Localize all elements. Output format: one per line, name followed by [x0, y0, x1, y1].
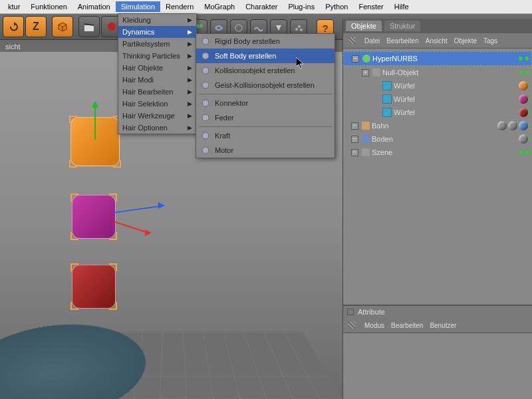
- null-icon: [372, 68, 380, 76]
- grip-icon: [348, 322, 355, 329]
- menu-plug-ins[interactable]: Plug-ins: [283, 1, 320, 12]
- viewport-cube-red[interactable]: [72, 265, 116, 309]
- attr-menu-bearbeiten[interactable]: Bearbeiten: [391, 322, 423, 329]
- expand-icon[interactable]: −: [351, 136, 358, 143]
- menu-simulation[interactable]: Simulation: [116, 1, 160, 12]
- menu-item-hair-modi[interactable]: Hair Modi▶: [118, 74, 196, 86]
- tab-objekte[interactable]: Objekte: [346, 21, 382, 31]
- cube-icon: [382, 94, 392, 104]
- svg-point-11: [199, 24, 203, 28]
- menu-item-hair-selektion[interactable]: Hair Selektion▶: [118, 98, 196, 110]
- tree-row[interactable]: Würfel: [343, 79, 532, 92]
- menu-item-konnektor[interactable]: Konnektor: [196, 96, 334, 110]
- menu-rendern[interactable]: Rendern: [160, 1, 199, 12]
- tag-row: [519, 94, 528, 104]
- menu-mograph[interactable]: MoGraph: [199, 1, 240, 12]
- menu-item-geist-kollisionsobjekt-erstellen[interactable]: Geist-Kollisionsobjekt erstellen: [196, 78, 334, 92]
- svg-point-14: [298, 25, 301, 28]
- tree-label: Szene: [372, 148, 392, 156]
- panel-menu-bearbeiten[interactable]: Bearbeiten: [386, 37, 418, 45]
- submenu-arrow-icon: ▶: [188, 65, 192, 71]
- svg-point-12: [235, 25, 242, 31]
- svg-point-15: [300, 29, 303, 31]
- material-tag-icon[interactable]: [519, 134, 528, 144]
- expand-icon[interactable]: −: [351, 149, 358, 156]
- cube-icon: [382, 108, 392, 117]
- tree-row[interactable]: −Szene: [343, 146, 532, 159]
- menu-fenster[interactable]: Fenster: [353, 1, 388, 12]
- attr-menu-modus[interactable]: Modus: [364, 322, 384, 329]
- menu-charakter[interactable]: Charakter: [240, 1, 283, 12]
- material-tag-icon[interactable]: [508, 121, 517, 130]
- menu-item-label: Rigid Body erstellen: [215, 37, 280, 45]
- expand-icon[interactable]: [347, 309, 354, 315]
- material-tag-icon[interactable]: [497, 121, 507, 130]
- menu-item-kraft[interactable]: Kraft: [196, 128, 334, 143]
- clapper-button[interactable]: [78, 16, 100, 37]
- menu-funktionen[interactable]: Funktionen: [25, 1, 72, 12]
- panel-menu-ansicht[interactable]: Ansicht: [426, 37, 448, 45]
- axis-z[interactable]: [113, 205, 160, 213]
- tree-row[interactable]: −Boden: [343, 132, 532, 146]
- axis-x[interactable]: [114, 221, 146, 232]
- menu-python[interactable]: Python: [320, 1, 353, 12]
- undo-button[interactable]: [3, 16, 24, 37]
- menu-item-label: Kleidung: [122, 16, 151, 24]
- menu-item-kollisionsobjekt-erstellen[interactable]: Kollisionsobjekt erstellen: [196, 63, 334, 78]
- tree-label: Null-Objekt: [382, 68, 418, 76]
- material-tag-icon[interactable]: [519, 81, 528, 90]
- material-tag-icon[interactable]: [519, 121, 528, 130]
- menu-item-motor[interactable]: Motor: [196, 143, 334, 158]
- expand-icon[interactable]: +: [362, 69, 369, 76]
- cube-icon: [382, 81, 392, 90]
- submenu-arrow-icon: ▶: [188, 76, 192, 83]
- viewport-cube-magenta[interactable]: [72, 195, 116, 239]
- cube-tool-button[interactable]: [52, 16, 73, 37]
- menu-item-icon: [200, 36, 211, 47]
- grip-icon: [348, 37, 355, 44]
- svg-point-2: [202, 38, 209, 45]
- view-label: sicht: [5, 43, 21, 51]
- menu-item-kleidung[interactable]: Kleidung▶: [118, 14, 196, 26]
- menu-item-hair-optionen[interactable]: Hair Optionen▶: [118, 122, 196, 134]
- menu-item-label: Soft Body erstellen: [215, 52, 276, 60]
- menu-item-feder[interactable]: Feder: [196, 110, 334, 125]
- menu-item-rigid-body-erstellen[interactable]: Rigid Body erstellen: [196, 34, 334, 49]
- menu-item-dynamics[interactable]: Dynamics▶: [118, 26, 196, 38]
- attr-menu-benutzer[interactable]: Benutzer: [430, 322, 456, 329]
- menu-item-label: Hair Objekte: [122, 64, 163, 72]
- panel-menu-tags[interactable]: Tags: [483, 37, 497, 45]
- submenu-arrow-icon: ▶: [188, 17, 192, 23]
- panel-menu-datei[interactable]: Datei: [364, 37, 380, 45]
- dynamics-submenu[interactable]: Rigid Body erstellenSoft Body erstellenK…: [196, 33, 335, 158]
- submenu-arrow-icon: ▶: [188, 100, 192, 107]
- menu-hilfe[interactable]: Hilfe: [389, 1, 414, 12]
- menu-item-hair-werkzeuge[interactable]: Hair Werkzeuge▶: [118, 110, 196, 122]
- expand-icon[interactable]: −: [352, 55, 359, 63]
- object-manager: Objekte Struktur Datei Bearbeiten Ansich…: [342, 19, 532, 399]
- menu-item-partikelsystem[interactable]: Partikelsystem▶: [118, 38, 196, 50]
- menu-item-hair-bearbeiten[interactable]: Hair Bearbeiten▶: [118, 86, 196, 98]
- tree-row[interactable]: −HyperNURBS: [343, 51, 532, 66]
- menu-item-thinking-particles[interactable]: Thinking Particles▶: [118, 50, 196, 62]
- panel-menu-objekte[interactable]: Objekte: [454, 37, 477, 45]
- material-tag-icon[interactable]: [519, 94, 528, 104]
- tab-struktur[interactable]: Struktur: [384, 21, 421, 31]
- menu-item-icon: [200, 80, 211, 90]
- simulation-menu[interactable]: Kleidung▶Dynamics▶Partikelsystem▶Thinkin…: [118, 13, 197, 134]
- attribute-manager: Attribute Modus Bearbeiten Benutzer: [343, 305, 532, 399]
- redo-button[interactable]: Z: [25, 16, 47, 37]
- expand-icon[interactable]: −: [351, 122, 358, 130]
- menu-animation[interactable]: Animation: [72, 1, 116, 12]
- menu-ktur[interactable]: ktur: [3, 1, 25, 12]
- menu-item-label: Feder: [215, 114, 234, 122]
- tree-row[interactable]: −Bahn: [343, 119, 532, 132]
- menu-item-soft-body-erstellen[interactable]: Soft Body erstellen: [196, 49, 334, 63]
- object-tree[interactable]: −HyperNURBS+Null-ObjektWürfelWürfelWürfe…: [343, 49, 532, 180]
- material-tag-icon[interactable]: [519, 108, 528, 117]
- tree-row[interactable]: Würfel: [343, 92, 532, 106]
- menu-item-hair-objekte[interactable]: Hair Objekte▶: [118, 62, 196, 74]
- tree-row[interactable]: Würfel: [343, 106, 532, 119]
- viewport-cube-orange[interactable]: [70, 117, 120, 166]
- tree-row[interactable]: +Null-Objekt: [343, 66, 532, 79]
